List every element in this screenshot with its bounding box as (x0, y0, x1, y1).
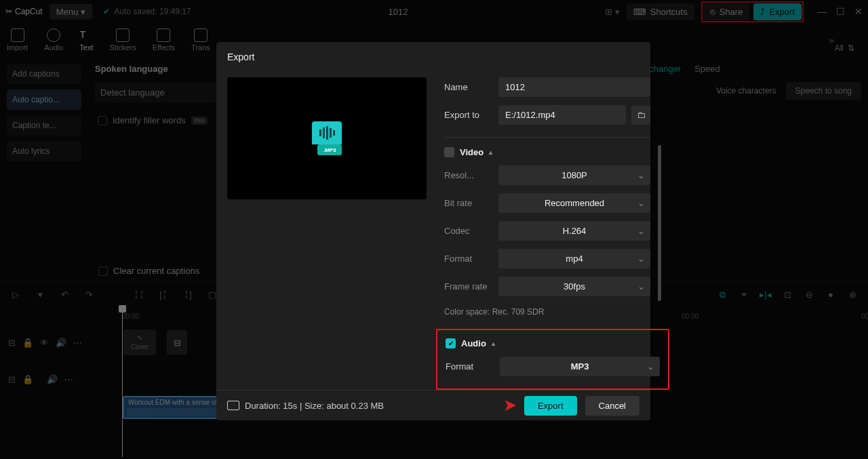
resolution-select[interactable]: 1080P (498, 165, 650, 185)
modal-footer: Duration: 15s | Size: about 0.23 MB ➤ Ex… (216, 390, 650, 420)
bitrate-select[interactable]: Recommended (498, 193, 650, 213)
video-checkbox[interactable] (444, 147, 454, 157)
video-format-select[interactable]: mp4 (498, 249, 650, 268)
audio-section-label: Audio (461, 338, 486, 348)
framerate-label: Frame rate (444, 281, 498, 292)
audio-checkbox[interactable]: ✔ (446, 338, 456, 348)
scrollbar[interactable] (658, 145, 661, 301)
browse-folder-button[interactable]: 🗀 (631, 106, 650, 125)
bitrate-label: Bit rate (444, 198, 498, 208)
folder-icon: 🗀 (637, 110, 646, 120)
name-input[interactable] (498, 77, 650, 97)
exportto-label: Export to (444, 110, 498, 120)
audio-section-highlight: ✔ Audio ▴ Format MP3 (436, 329, 669, 390)
name-label: Name (444, 82, 498, 92)
mp3-badge-label: .MP3 (317, 144, 342, 155)
video-section-header[interactable]: Video ▴ (444, 147, 650, 157)
collapse-icon: ▴ (492, 340, 495, 347)
collapse-icon: ▴ (489, 148, 492, 156)
colorspace-text: Color space: Rec. 709 SDR (444, 307, 650, 317)
export-form: Name Export to 🗀 Video ▴ Resol...1080P (444, 77, 650, 390)
exportto-input[interactable] (498, 105, 626, 125)
modal-export-button[interactable]: Export (524, 396, 577, 416)
export-preview: .MP3 (227, 77, 427, 199)
modal-title: Export (216, 42, 650, 72)
export-modal: Export .MP3 Name (216, 42, 650, 420)
modal-cancel-button[interactable]: Cancel (585, 396, 639, 416)
mp3-badge: .MP3 (312, 121, 342, 155)
codec-select[interactable]: H.264 (498, 221, 650, 241)
codec-label: Codec (444, 226, 498, 236)
arrow-annotation: ➤ (504, 397, 516, 414)
film-icon (227, 401, 239, 410)
video-format-label: Format (444, 254, 498, 264)
audio-format-label: Format (446, 361, 500, 372)
framerate-select[interactable]: 30fps (498, 277, 650, 296)
audio-section-header[interactable]: ✔ Audio ▴ (446, 338, 660, 348)
resolution-label: Resol... (444, 170, 498, 180)
divider (444, 137, 650, 138)
audio-format-select[interactable]: MP3 (500, 357, 660, 376)
footer-meta-text: Duration: 15s | Size: about 0.23 MB (245, 401, 384, 411)
video-section-label: Video (460, 147, 484, 157)
